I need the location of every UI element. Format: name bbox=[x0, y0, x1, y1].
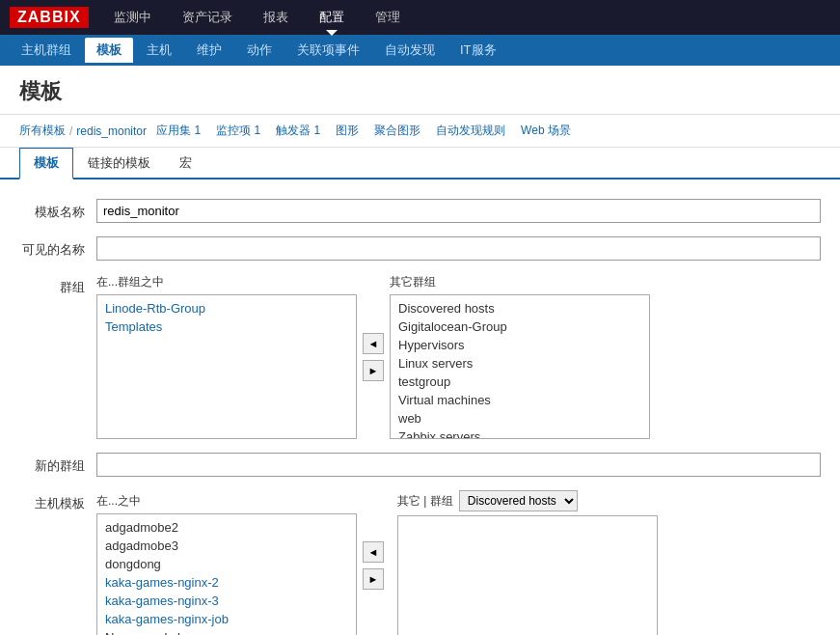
other-groups-label: 其它群组 bbox=[390, 274, 650, 290]
host-item-kaka-nginx-3[interactable]: kaka-games-nginx-3 bbox=[101, 592, 352, 610]
template-name-label: 模板名称 bbox=[19, 199, 96, 221]
nav-admin[interactable]: 管理 bbox=[369, 5, 406, 30]
nav-config[interactable]: 配置 bbox=[313, 5, 350, 30]
host-move-left-button[interactable]: ◄ bbox=[363, 541, 384, 563]
in-hosts-panel: 在...之中 adgadmobe2 adgadmobe3 dongdong ka… bbox=[96, 493, 357, 636]
template-name-row: 模板名称 bbox=[19, 199, 821, 223]
other-hosts-panel: 其它 | 群组 Discovered hosts bbox=[397, 490, 658, 635]
visible-name-label: 可见的名称 bbox=[19, 236, 96, 259]
other-group-web[interactable]: web bbox=[394, 409, 645, 428]
other-group-testgroup[interactable]: testgroup bbox=[394, 373, 645, 391]
template-name-field bbox=[96, 199, 821, 223]
host-move-right-button[interactable]: ► bbox=[363, 568, 384, 590]
move-left-button[interactable]: ◄ bbox=[363, 333, 384, 354]
tab-template[interactable]: 模板 bbox=[19, 148, 73, 179]
new-group-label: 新的群组 bbox=[19, 453, 96, 475]
nav-monitoring[interactable]: 监测中 bbox=[108, 5, 157, 30]
page-title: 模板 bbox=[19, 77, 821, 106]
other-group-hypervisors[interactable]: Hypervisors bbox=[394, 336, 645, 354]
host-item-adgadmobe2[interactable]: adgadmobe2 bbox=[101, 518, 352, 537]
visible-name-row: 可见的名称 bbox=[19, 236, 821, 261]
other-hosts-header: 其它 | 群组 Discovered hosts bbox=[397, 490, 658, 511]
top-navigation: ZABBIX 监测中 资产记录 报表 配置 管理 bbox=[0, 0, 840, 35]
move-right-button[interactable]: ► bbox=[363, 360, 384, 381]
second-navigation: 主机群组 模板 主机 维护 动作 关联项事件 自动发现 IT服务 bbox=[0, 35, 840, 66]
other-group-zabbix[interactable]: Zabbix servers bbox=[394, 428, 645, 439]
logo: ZABBIX bbox=[10, 7, 89, 28]
breadcrumb-tab-items[interactable]: 监控项 1 bbox=[210, 121, 266, 141]
nav-actions[interactable]: 动作 bbox=[235, 38, 284, 63]
breadcrumb-tab-auto-discovery[interactable]: 自动发现规则 bbox=[430, 121, 511, 141]
nav-related-events[interactable]: 关联项事件 bbox=[285, 38, 371, 63]
top-nav-items: 监测中 资产记录 报表 配置 管理 bbox=[108, 5, 406, 30]
nav-hosts[interactable]: 主机 bbox=[135, 38, 183, 63]
other-groups-list[interactable]: Discovered hosts Gigitalocean-Group Hype… bbox=[390, 294, 650, 439]
current-groups-list[interactable]: Linode-Rtb-Group Templates bbox=[96, 294, 357, 439]
breadcrumb-tab-web[interactable]: Web 场景 bbox=[515, 121, 577, 141]
host-template-row: 主机模板 在...之中 adgadmobe2 adgadmobe3 dongdo… bbox=[19, 490, 821, 635]
nav-host-groups[interactable]: 主机群组 bbox=[10, 38, 83, 63]
breadcrumb-tab-apps[interactable]: 应用集 1 bbox=[150, 121, 206, 141]
nav-assets[interactable]: 资产记录 bbox=[176, 5, 238, 30]
other-group-gigitalocean[interactable]: Gigitalocean-Group bbox=[394, 318, 645, 336]
group-item-linode[interactable]: Linode-Rtb-Group bbox=[101, 299, 352, 318]
nav-maintenance[interactable]: 维护 bbox=[185, 38, 233, 63]
group-item-templates[interactable]: Templates bbox=[101, 318, 352, 336]
other-group-linux[interactable]: Linux servers bbox=[394, 354, 645, 373]
tab-macros[interactable]: 宏 bbox=[165, 148, 206, 179]
host-item-kaka-nginx-job[interactable]: kaka-games-nginx-job bbox=[101, 610, 352, 628]
nav-templates[interactable]: 模板 bbox=[85, 38, 133, 63]
other-hosts-list[interactable] bbox=[397, 515, 658, 635]
host-tmpl-label: 主机模板 bbox=[19, 490, 96, 512]
host-item-kaka-nginx-2[interactable]: kaka-games-nginx-2 bbox=[101, 573, 352, 592]
new-group-input[interactable] bbox=[96, 453, 821, 477]
other-hosts-header-label: 其它 | 群组 bbox=[397, 493, 453, 510]
sub-tabs: 模板 链接的模板 宏 bbox=[0, 148, 840, 179]
in-hosts-label: 在...之中 bbox=[96, 493, 357, 510]
current-hosts-list[interactable]: adgadmobe2 adgadmobe3 dongdong kaka-game… bbox=[96, 513, 357, 636]
breadcrumb: 所有模板 / redis_monitor 应用集 1 监控项 1 触发器 1 图… bbox=[0, 115, 840, 148]
other-hosts-group-dropdown[interactable]: Discovered hosts bbox=[459, 490, 578, 511]
page-header: 模板 bbox=[0, 66, 840, 115]
content-area: 模板名称 可见的名称 群组 在...群组之中 Linode-Rtb-Group … bbox=[0, 179, 840, 635]
other-group-virtual-machines[interactable]: Virtual machines bbox=[394, 391, 645, 409]
breadcrumb-tab-triggers[interactable]: 触发器 1 bbox=[270, 121, 326, 141]
groups-row: 群组 在...群组之中 Linode-Rtb-Group Templates ◄… bbox=[19, 274, 821, 439]
groups-content: 在...群组之中 Linode-Rtb-Group Templates ◄ ► … bbox=[96, 274, 650, 439]
group-arrow-buttons: ◄ ► bbox=[357, 333, 390, 381]
new-group-field bbox=[96, 453, 821, 477]
visible-name-field bbox=[96, 236, 821, 261]
breadcrumb-tab-aggregate-graphs[interactable]: 聚合图形 bbox=[368, 121, 426, 141]
breadcrumb-tab-graphs[interactable]: 图形 bbox=[330, 121, 365, 141]
host-item-dongdong[interactable]: dongdong bbox=[101, 555, 352, 573]
nav-it-services[interactable]: IT服务 bbox=[448, 38, 508, 63]
nav-auto-discovery[interactable]: 自动发现 bbox=[373, 38, 447, 63]
in-groups-panel: 在...群组之中 Linode-Rtb-Group Templates bbox=[96, 274, 357, 439]
other-groups-panel: 其它群组 Discovered hosts Gigitalocean-Group… bbox=[390, 274, 650, 439]
host-item-adgadmobe3[interactable]: adgadmobe3 bbox=[101, 537, 352, 555]
host-arrow-buttons: ◄ ► bbox=[357, 541, 390, 590]
breadcrumb-current-template[interactable]: redis_monitor bbox=[76, 124, 147, 138]
host-item-new-mysql-slave[interactable]: New-mysql-slave bbox=[101, 628, 352, 636]
groups-label: 群组 bbox=[19, 274, 96, 296]
breadcrumb-all-templates[interactable]: 所有模板 bbox=[19, 123, 66, 139]
visible-name-input[interactable] bbox=[96, 236, 821, 261]
template-name-input[interactable] bbox=[96, 199, 821, 223]
other-group-discovered[interactable]: Discovered hosts bbox=[394, 299, 645, 318]
new-group-row: 新的群组 bbox=[19, 453, 821, 477]
tab-linked-templates[interactable]: 链接的模板 bbox=[73, 148, 165, 179]
nav-reports[interactable]: 报表 bbox=[257, 5, 294, 30]
in-groups-label: 在...群组之中 bbox=[96, 274, 357, 290]
breadcrumb-sep1: / bbox=[69, 124, 72, 138]
host-tmpl-content: 在...之中 adgadmobe2 adgadmobe3 dongdong ka… bbox=[96, 490, 658, 635]
